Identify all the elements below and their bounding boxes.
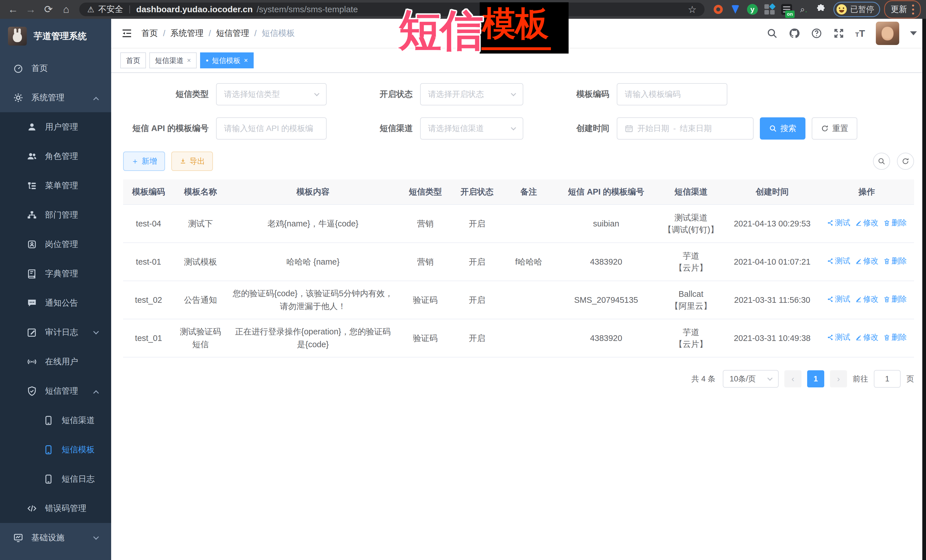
- chevron-down-icon: [93, 534, 99, 540]
- breadcrumb-system[interactable]: 系统管理: [171, 28, 203, 39]
- sidebar-item-menus[interactable]: 菜单管理: [0, 171, 111, 200]
- chevron-down-icon: [93, 329, 99, 334]
- test-link[interactable]: 测试: [827, 293, 850, 305]
- sms-template-table: 模板编码 模板名称 模板内容 短信类型 开启状态 备注 短信 API 的模板编号…: [123, 180, 914, 358]
- sidebar-logo: 芋道管理系统: [0, 19, 111, 54]
- sidebar-item-users[interactable]: 用户管理: [0, 112, 111, 142]
- close-icon[interactable]: ×: [187, 56, 191, 64]
- extensions-puzzle-icon[interactable]: [815, 4, 826, 15]
- sidebar-item-system[interactable]: 系统管理: [0, 83, 111, 112]
- extension-y-icon[interactable]: y: [747, 4, 758, 15]
- tab-sms-template[interactable]: ● 短信模板 ×: [200, 53, 254, 68]
- extension-gem-icon[interactable]: [729, 4, 741, 15]
- table-row: test-01 测试模板 哈哈哈 {name} 营销 开启 f哈哈哈 43839…: [123, 243, 914, 281]
- sidebar-item-dict[interactable]: 字典管理: [0, 259, 111, 288]
- channel-label: 短信渠道: [377, 123, 413, 134]
- extension-list-icon[interactable]: on: [781, 4, 792, 15]
- test-link[interactable]: 测试: [827, 332, 850, 344]
- delete-link[interactable]: 删除: [883, 293, 907, 305]
- browser-update-button[interactable]: 更新 •••: [884, 0, 921, 19]
- sidebar-item-sms-log[interactable]: 短信日志: [0, 464, 111, 494]
- extension-grid-icon[interactable]: [764, 4, 775, 15]
- sidebar-item-sms-template[interactable]: 短信模板: [0, 435, 111, 464]
- message-icon: [26, 298, 38, 308]
- sidebar-item-audit-log[interactable]: 审计日志: [0, 318, 111, 347]
- add-button[interactable]: ＋ 新增: [123, 151, 165, 171]
- help-icon[interactable]: [811, 28, 822, 39]
- security-label[interactable]: 不安全: [98, 4, 123, 15]
- sidebar-item-sms-channel[interactable]: 短信渠道: [0, 406, 111, 435]
- sidebar-item-posts[interactable]: 岗位管理: [0, 229, 111, 259]
- github-icon[interactable]: [788, 28, 800, 39]
- table-row: test-04 测试下 老鸡{name}，牛逼{code} 营销 开启 suib…: [123, 205, 914, 243]
- pagination: 共 4 条 10条/页 ‹ 1 › 前往 页: [123, 370, 914, 388]
- page-size-select[interactable]: 10条/页: [723, 370, 779, 388]
- edit-link[interactable]: 修改: [855, 332, 879, 344]
- address-bar[interactable]: ⚠ 不安全 dashboard.yudao.iocoder.cn/system/…: [79, 3, 705, 16]
- sidebar-item-sms[interactable]: 短信管理: [0, 376, 111, 406]
- api-template-id-input[interactable]: [216, 117, 327, 140]
- start-date-placeholder: 开始日期: [637, 123, 669, 134]
- sidebar-item-roles[interactable]: 角色管理: [0, 142, 111, 171]
- breadcrumb-home[interactable]: 首页: [141, 28, 158, 39]
- channel-select[interactable]: 请选择短信渠道: [420, 117, 523, 140]
- phone-icon: [43, 415, 54, 426]
- monitor-chart-icon: [12, 533, 24, 543]
- app-title: 芋道管理系统: [33, 30, 87, 42]
- tab-sms-channel[interactable]: 短信渠道 ×: [149, 53, 197, 68]
- edit-link[interactable]: 修改: [855, 293, 879, 305]
- close-icon[interactable]: ×: [244, 56, 248, 64]
- tab-home[interactable]: 首页: [120, 53, 146, 68]
- next-page-button[interactable]: ›: [830, 370, 847, 387]
- shield-check-icon: [26, 386, 38, 396]
- export-button[interactable]: 导出: [171, 151, 213, 171]
- user-avatar[interactable]: [876, 22, 899, 45]
- search-button[interactable]: 搜索: [760, 117, 805, 140]
- sidebar-item-notices[interactable]: 通知公告: [0, 288, 111, 318]
- sidebar-collapse-icon[interactable]: [120, 27, 133, 40]
- edit-link[interactable]: 修改: [855, 217, 879, 229]
- delete-link[interactable]: 删除: [883, 255, 907, 267]
- goto-page-input[interactable]: [874, 370, 901, 388]
- status-select[interactable]: 请选择开启状态: [420, 83, 523, 106]
- dashboard-icon: [12, 63, 24, 74]
- col-header: 开启状态: [452, 180, 502, 205]
- caret-down-icon[interactable]: [910, 31, 917, 35]
- browser-back-icon[interactable]: ←: [5, 2, 21, 17]
- browser-profile-chip[interactable]: 已暂停: [834, 2, 880, 17]
- calendar-icon: [625, 124, 633, 133]
- prev-page-button[interactable]: ‹: [784, 370, 802, 387]
- divider: [129, 5, 130, 14]
- edit-link[interactable]: 修改: [855, 255, 879, 267]
- refresh-button[interactable]: [897, 152, 914, 170]
- badge-icon: [26, 239, 38, 249]
- template-code-input[interactable]: [617, 83, 727, 106]
- page-number-1[interactable]: 1: [807, 370, 824, 387]
- toggle-search-button[interactable]: [873, 152, 890, 170]
- browser-reload-icon[interactable]: ⟳: [41, 2, 56, 17]
- test-link[interactable]: 测试: [827, 255, 850, 267]
- browser-menu-icon[interactable]: •••: [912, 3, 914, 16]
- sidebar-item-online-users[interactable]: 在线用户: [0, 347, 111, 376]
- search-icon[interactable]: [766, 28, 778, 39]
- sms-type-select[interactable]: 请选择短信类型: [216, 83, 327, 106]
- extension-donut-icon[interactable]: [713, 4, 724, 15]
- delete-link[interactable]: 删除: [883, 217, 907, 229]
- breadcrumb-sms[interactable]: 短信管理: [216, 28, 249, 39]
- sidebar-item-home[interactable]: 首页: [0, 54, 111, 83]
- browser-forward-icon[interactable]: →: [23, 2, 39, 17]
- sidebar-item-departments[interactable]: 部门管理: [0, 200, 111, 229]
- test-link[interactable]: 测试: [827, 217, 850, 229]
- sidebar: 芋道管理系统 首页 系统管理 用户管: [0, 19, 111, 560]
- sidebar-item-infrastructure[interactable]: 基础设施: [0, 523, 111, 552]
- fullscreen-icon[interactable]: [833, 28, 844, 39]
- reset-button[interactable]: 重置: [812, 117, 857, 140]
- delete-link[interactable]: 删除: [883, 332, 907, 344]
- bookmark-star-icon[interactable]: ☆: [688, 4, 696, 15]
- browser-home-icon[interactable]: ⌂: [58, 2, 74, 17]
- sidebar-item-error-codes[interactable]: 错误码管理: [0, 494, 111, 523]
- font-size-icon[interactable]: TT: [855, 28, 865, 39]
- create-time-range-picker[interactable]: 开始日期 - 结束日期: [617, 117, 754, 140]
- extension-search-icon[interactable]: ⌕.: [798, 4, 809, 15]
- chevron-up-icon: [93, 97, 99, 103]
